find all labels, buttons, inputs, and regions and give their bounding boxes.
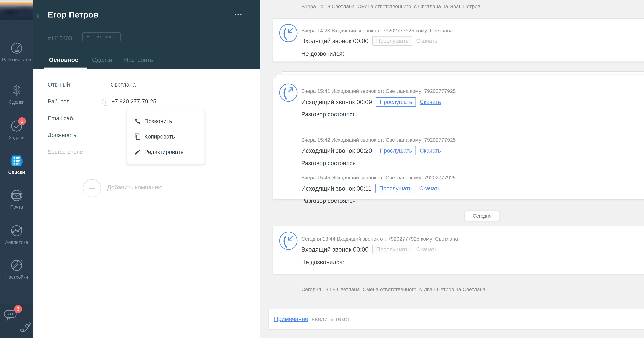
sidebar-item-mail[interactable]: Почта [0,189,33,210]
sidebar-item-label: Задачи [0,135,33,141]
sidebar-item-label: Настройки [0,274,33,280]
call-meta: Сегодня 13:44 Входящий звонок от: 792027… [301,235,458,242]
mail-icon [10,189,23,203]
field-label-source-phone: Source phone [48,149,83,155]
tag-button[interactable]: #ТЕГИРОВАТЬ [82,32,120,41]
sidebar-photo [0,0,33,19]
sidebar-item-label: Списки [0,169,33,175]
tab-configure[interactable]: Настроить [124,56,153,63]
field-label-email: Email раб. [48,115,74,121]
today-divider: Сегодня [465,211,500,221]
settings-icon [10,259,23,273]
tab-main[interactable]: Основное [49,56,78,63]
deals-icon: $ [10,84,23,99]
contact-name: Егор Петров [48,10,98,19]
add-phone-icon[interactable]: + [102,99,109,106]
sidebar-item-deals[interactable]: $ Сделки [0,84,33,105]
kebab-menu-icon[interactable]: ... [234,8,242,17]
call-meta: Вчера 15:45 Исходящий звонок от: Светлан… [301,174,456,181]
listen-button[interactable]: Прослушать [376,97,416,107]
menu-item-copy[interactable]: Копировать [134,132,175,141]
field-label-position: Должность [48,132,76,138]
divider [33,173,260,173]
call-card: Сегодня 13:44 Входящий звонок от: 792027… [273,226,644,274]
field-value-responsible[interactable]: Светлана [110,81,136,88]
contact-id: #1113403 [48,35,72,41]
listen-button: Прослушать [372,245,412,254]
feed-event: Сегодня 13:58 Светлана Смена ответственн… [302,286,486,293]
field-label-responsible: Отв-ный [48,81,70,88]
add-company-button[interactable]: Добавить компанию [107,184,162,191]
edit-icon [134,149,141,155]
download-link: Скачать [416,38,438,44]
sidebar-corner: 3 [0,304,33,338]
call-status: Разговор состоялся [301,197,356,204]
feed-divider [260,216,644,216]
add-company-icon[interactable]: + [83,179,101,197]
menu-item-edit[interactable]: Редактировать [134,148,184,157]
sidebar: Рабочий стол $ Сделки 1 Задачи [0,0,33,338]
chat-badge: 3 [14,305,22,313]
divider [33,201,260,201]
chat-icon[interactable]: 3 [3,309,20,324]
call-status: Разговор состоялся [301,159,356,167]
svg-text:$: $ [13,84,20,97]
back-icon[interactable]: ‹ [36,11,40,20]
tasks-icon: 1 [10,119,23,134]
sidebar-item-label: Рабочий стол [0,57,33,62]
call-meta: Вчера 15:42 Исходящий звонок от: Светлан… [301,137,456,143]
analytics-icon [10,224,23,239]
copy-icon [134,133,141,140]
download-link[interactable]: Скачать [420,99,441,105]
call-title: Входящий звонок 00:00 [301,37,368,44]
tab-deals[interactable]: Сделки [92,56,112,63]
card-stack-edge [276,74,644,78]
call-status: Разговор состоялся [301,111,356,118]
phone-corner-icon[interactable] [18,321,32,336]
call-status: Не дозвонился: [301,50,344,57]
dashboard-icon [10,41,23,56]
tasks-badge: 1 [18,117,26,125]
feed-divider [260,69,644,69]
incoming-call-icon [279,231,298,250]
call-title: Входящий звонок 00:00 [301,246,368,253]
contact-panel: ‹ Егор Петров ... #1113403 #ТЕГИРОВАТЬ О… [33,0,260,338]
call-title: Исходящий звонок 00:09 [301,99,372,106]
note-input[interactable]: Примечание: введите текст [268,309,644,329]
menu-item-call[interactable]: Позвонить [134,117,172,126]
call-title: Исходящий звонок 00:11 [301,185,372,192]
contact-header: ‹ Егор Петров ... #1113403 #ТЕГИРОВАТЬ О… [33,0,260,69]
crm-app: Рабочий стол $ Сделки 1 Задачи [0,0,644,338]
call-icon [134,118,141,125]
download-link: Скачать [416,246,438,253]
sidebar-item-lists[interactable]: Списки [0,154,33,175]
sidebar-item-settings[interactable]: Настройки [0,259,33,280]
download-link[interactable]: Скачать [419,185,440,192]
lists-icon [10,154,24,169]
phone-link[interactable]: +7 920 277-79-25 [112,98,156,105]
sidebar-item-tasks[interactable]: 1 Задачи [0,119,33,141]
sidebar-item-analytics[interactable]: Аналитика [0,224,33,245]
sidebar-item-label: Почта [0,204,33,210]
call-meta: Вчера 15:41 Исходящий звонок от: Светлан… [301,88,456,94]
call-meta: Вчера 14:23 Входящий звонок от: 79202777… [301,27,453,34]
call-card-group: Вчера 15:41 Исходящий звонок от: Светлан… [273,78,644,199]
listen-button: Прослушать [372,36,412,46]
listen-button[interactable]: Прослушать [376,184,416,193]
phone-context-menu: Позвонить Копировать Редактировать [127,110,205,164]
call-status: Не дозвонился: [301,258,344,266]
note-placeholder: : введите текст [308,316,350,323]
sidebar-item-label: Сделки [0,99,33,105]
note-type-link[interactable]: Примечание [274,316,308,323]
field-label-work-phone: Раб. тел. [48,98,71,105]
sidebar-item-label: Аналитика [0,239,33,245]
incoming-call-icon [279,23,298,43]
active-tab-underline [44,67,87,69]
outgoing-call-icon [279,83,298,102]
download-link[interactable]: Скачать [420,147,441,154]
sidebar-item-desktop[interactable]: Рабочий стол [0,41,33,62]
activity-feed: Вчера 14:18 Светлана Смена ответственног… [260,0,644,338]
call-title: Исходящий звонок 00:20 [301,147,372,154]
feed-event: Вчера 14:18 Светлана Смена ответственног… [302,2,480,10]
listen-button[interactable]: Прослушать [376,146,416,155]
